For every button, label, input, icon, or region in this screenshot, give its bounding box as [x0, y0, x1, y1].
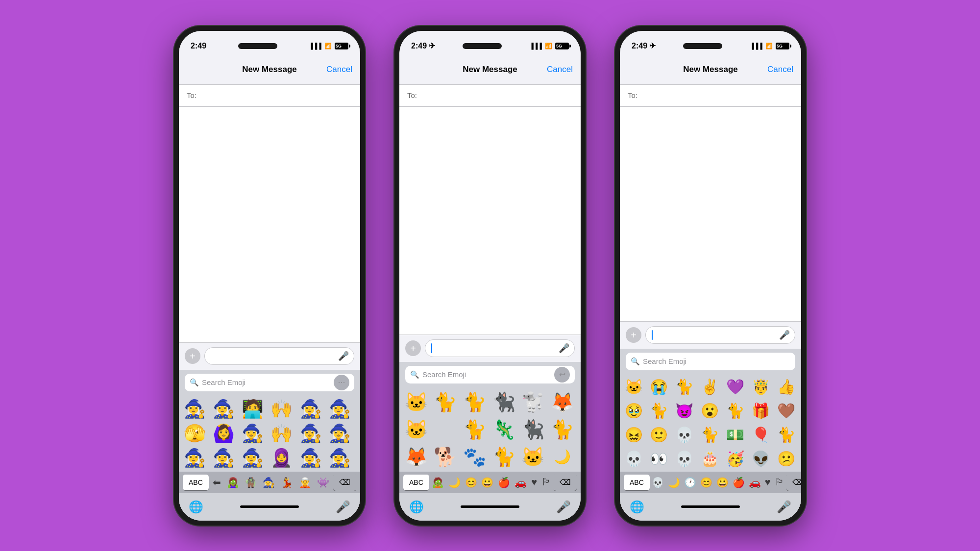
mic-bottom-1[interactable]: 🎤: [336, 500, 350, 514]
emoji-cell[interactable]: 🧙‍♀️: [328, 397, 352, 421]
sticker-cell[interactable]: [433, 417, 458, 442]
toolbar-item[interactable]: 😊: [698, 476, 714, 489]
sticker-cell[interactable]: 🐈: [491, 444, 516, 470]
emoji-cell[interactable]: 🧙‍♀️: [241, 446, 265, 470]
emoji-cell[interactable]: 🙆‍♀️: [212, 422, 235, 445]
sticker-cell[interactable]: 🐱: [520, 444, 546, 470]
emoji-cell[interactable]: 💜: [723, 375, 747, 399]
cancel-button-2[interactable]: Cancel: [547, 65, 573, 74]
message-content-3[interactable]: [620, 107, 801, 321]
toolbar-emoji-5[interactable]: 🧝: [297, 476, 313, 489]
toolbar-item[interactable]: 🏳: [773, 476, 786, 489]
to-field-3[interactable]: To:: [620, 85, 801, 107]
emoji-cell[interactable]: 😭: [647, 375, 671, 399]
toolbar-item[interactable]: 🚗: [513, 476, 529, 489]
toolbar-item[interactable]: 🌙: [446, 476, 463, 489]
toolbar-emoji-1[interactable]: 🧟‍♀️: [225, 476, 241, 489]
emoji-cell[interactable]: ✌️: [698, 375, 722, 399]
message-content-2[interactable]: [399, 107, 581, 335]
mic-icon-3[interactable]: 🎤: [779, 330, 790, 340]
emoji-cell[interactable]: 💀: [622, 447, 645, 471]
sticker-cell[interactable]: 🐈‍⬛: [491, 389, 516, 415]
emoji-cell[interactable]: 🎁: [749, 399, 772, 423]
sticker-cell[interactable]: 🐱: [403, 389, 429, 415]
sticker-cell[interactable]: 🐈: [549, 417, 575, 442]
emoji-cell[interactable]: 👽: [749, 447, 772, 471]
emoji-cell[interactable]: 👀: [647, 447, 671, 471]
mic-bottom-2[interactable]: 🎤: [556, 500, 571, 514]
emoji-cell[interactable]: 🐈: [774, 423, 798, 447]
sticker-cell[interactable]: 🐈: [462, 389, 487, 415]
emoji-cell[interactable]: 🧙‍♀️: [299, 446, 322, 470]
mic-icon-1[interactable]: 🎤: [338, 351, 349, 361]
message-input-3[interactable]: 🎤: [645, 326, 795, 344]
emoji-cell[interactable]: 🫣: [183, 422, 206, 445]
emoji-search-input-3[interactable]: 🔍 Search Emoji: [626, 353, 795, 370]
emoji-cell[interactable]: 🐈: [647, 399, 671, 423]
abc-key-1[interactable]: ABC: [183, 475, 209, 490]
toolbar-emoji-3[interactable]: 🧙: [261, 476, 277, 489]
toolbar-item[interactable]: 🍎: [496, 476, 512, 489]
toolbar-item[interactable]: ♥: [529, 476, 539, 489]
globe-icon-2[interactable]: 🌐: [409, 500, 424, 514]
toolbar-item[interactable]: 💀: [650, 476, 666, 489]
toolbar-item[interactable]: 🚗: [747, 476, 763, 489]
sticker-cell[interactable]: 🐈‍⬛: [520, 417, 546, 442]
sticker-cell[interactable]: 🌙: [549, 444, 575, 470]
abc-key-2[interactable]: ABC: [403, 475, 429, 490]
plus-button-3[interactable]: +: [626, 327, 641, 343]
delete-key-2[interactable]: ⌫: [554, 474, 577, 491]
sticker-cell[interactable]: 🦊: [403, 444, 429, 470]
toolbar-item[interactable]: 😀: [479, 476, 495, 489]
sticker-cell[interactable]: 🐱: [403, 417, 429, 442]
sticker-cell[interactable]: 🐾: [462, 444, 487, 470]
plus-button-2[interactable]: +: [405, 340, 421, 356]
emoji-cell[interactable]: 💀: [673, 423, 696, 447]
message-input-1[interactable]: 🎤: [204, 347, 354, 365]
delete-key-1[interactable]: ⌫: [333, 474, 356, 491]
emoji-cell[interactable]: 🧙‍♀️: [299, 397, 322, 421]
emoji-cell[interactable]: 🧙‍♀️: [328, 422, 352, 445]
mic-bottom-3[interactable]: 🎤: [777, 500, 791, 514]
emoji-cell[interactable]: 🐱: [622, 375, 645, 399]
toolbar-emoji-2[interactable]: 🧌: [243, 476, 259, 489]
sticker-cell[interactable]: 🐈: [462, 417, 487, 442]
sticker-cell[interactable]: 🦎: [491, 417, 516, 442]
emoji-cell[interactable]: 🙌: [270, 397, 294, 421]
emoji-cell[interactable]: 🙂: [647, 423, 671, 447]
emoji-cell[interactable]: 💀: [673, 447, 696, 471]
sticker-cell[interactable]: 🐕: [433, 444, 458, 470]
emoji-cell[interactable]: 🐈: [698, 423, 722, 447]
toolbar-emoji-4[interactable]: 💃: [279, 476, 295, 489]
emoji-cell[interactable]: 🧙‍♀️: [183, 397, 206, 421]
emoji-cell[interactable]: 🧙‍♀️: [328, 446, 352, 470]
to-field-2[interactable]: To:: [399, 85, 581, 107]
toolbar-item[interactable]: 🧟: [430, 476, 446, 489]
toolbar-back-1[interactable]: ⬅: [211, 476, 223, 489]
toolbar-item[interactable]: 🌙: [666, 476, 682, 489]
globe-icon-1[interactable]: 🌐: [189, 500, 203, 514]
emoji-cell[interactable]: 🧙‍♀️: [212, 397, 235, 421]
cancel-button-1[interactable]: Cancel: [326, 65, 352, 74]
emoji-cell[interactable]: 💵: [723, 423, 747, 447]
emoji-search-input-1[interactable]: 🔍 Search Emoji ···: [185, 374, 354, 391]
abc-key-3[interactable]: ABC: [624, 475, 650, 490]
toolbar-item[interactable]: 😊: [463, 476, 479, 489]
emoji-cell[interactable]: 🎈: [749, 423, 772, 447]
emoji-cell[interactable]: 🤴: [749, 375, 772, 399]
plus-button-1[interactable]: +: [185, 348, 200, 364]
emoji-cell[interactable]: 🧙‍♀️: [241, 422, 265, 445]
delete-key-3[interactable]: ⌫: [786, 474, 801, 491]
emoji-search-input-2[interactable]: 🔍 Search Emoji ↩: [405, 366, 575, 383]
emoji-cell[interactable]: 🥳: [723, 447, 747, 471]
toolbar-item[interactable]: ♥: [763, 476, 773, 489]
toolbar-item[interactable]: 🕐: [682, 476, 698, 489]
emoji-cell[interactable]: 🥹: [622, 399, 645, 423]
emoji-cell[interactable]: 🎂: [698, 447, 722, 471]
emoji-cell[interactable]: 😈: [673, 399, 696, 423]
emoji-cell[interactable]: 👍: [774, 375, 798, 399]
emoji-cell[interactable]: 😖: [622, 423, 645, 447]
toolbar-emoji-6[interactable]: 👾: [315, 476, 331, 489]
toolbar-item[interactable]: 😀: [714, 476, 731, 489]
emoji-cell[interactable]: 🧙‍♀️: [183, 446, 206, 470]
